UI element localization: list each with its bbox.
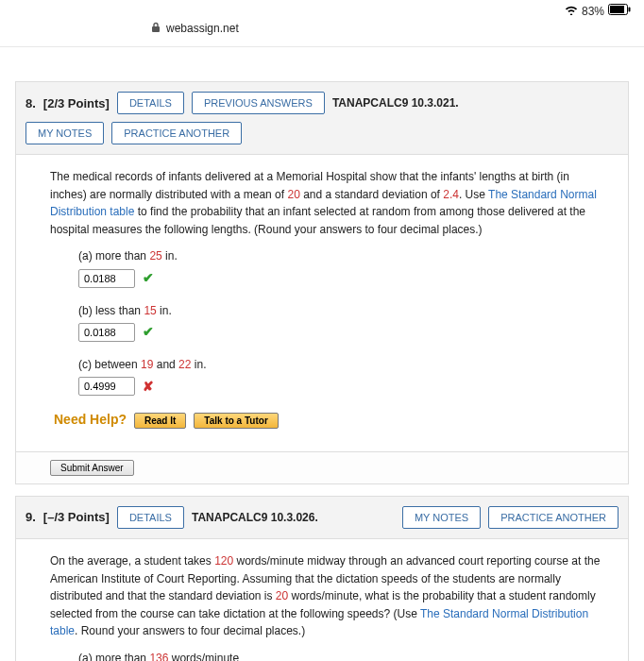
question-points: [2/3 Points] <box>43 96 110 110</box>
q8-part-c: (c) between 19 and 22 in. ✘ <box>78 356 603 397</box>
cross-icon: ✘ <box>143 377 154 398</box>
submit-answer-button[interactable]: Submit Answer <box>50 460 134 476</box>
lock-icon <box>151 22 161 35</box>
practice-another-button[interactable]: PRACTICE ANOTHER <box>488 506 619 529</box>
battery-icon <box>608 4 631 18</box>
talk-to-tutor-button[interactable]: Talk to a Tutor <box>194 413 278 429</box>
battery-percent: 83% <box>582 5 604 18</box>
check-icon: ✔ <box>143 268 154 289</box>
previous-answers-button[interactable]: PREVIOUS ANSWERS <box>192 92 325 114</box>
svg-rect-1 <box>629 8 631 12</box>
my-notes-button[interactable]: MY NOTES <box>402 506 481 529</box>
practice-another-button[interactable]: PRACTICE ANOTHER <box>111 122 242 144</box>
question-ref: TANAPCALC9 10.3.026. <box>192 511 318 524</box>
read-it-button[interactable]: Read It <box>134 413 186 429</box>
svg-rect-3 <box>152 26 160 32</box>
question-number: 8. <box>25 96 36 110</box>
q8-part-a: (a) more than 25 in. ✔ <box>78 247 603 288</box>
question-8-card: 8. [2/3 Points] DETAILS PREVIOUS ANSWERS… <box>15 81 629 484</box>
question-8-header: 8. [2/3 Points] DETAILS PREVIOUS ANSWERS… <box>16 82 628 155</box>
need-help-label: Need Help? <box>54 410 127 431</box>
question-9-header: 9. [–/3 Points] DETAILS TANAPCALC9 10.3.… <box>16 497 628 539</box>
check-icon: ✔ <box>143 322 154 343</box>
address-bar[interactable]: webassign.net <box>0 18 644 47</box>
question-8-text: The medical records of infants delivered… <box>50 168 603 238</box>
details-button[interactable]: DETAILS <box>117 92 184 114</box>
details-button[interactable]: DETAILS <box>117 506 184 529</box>
question-9-text: On the average, a student takes 120 word… <box>50 552 603 640</box>
submit-row: Submit Answer <box>16 451 628 483</box>
question-points: [–/3 Points] <box>43 510 110 524</box>
question-ref: TANAPCALC9 10.3.021. <box>332 96 459 110</box>
svg-rect-2 <box>610 6 624 13</box>
q8-b-input[interactable] <box>78 323 135 342</box>
question-9-card: 9. [–/3 Points] DETAILS TANAPCALC9 10.3.… <box>15 496 629 661</box>
q9-part-a: (a) more than 136 words/minute <box>78 650 603 661</box>
need-help-row: Need Help? Read It Talk to a Tutor <box>50 410 603 431</box>
question-8-body: The medical records of infants delivered… <box>16 155 628 451</box>
q8-c-input[interactable] <box>78 377 135 396</box>
url-text: webassign.net <box>166 22 239 35</box>
q8-a-input[interactable] <box>78 269 135 288</box>
my-notes-button[interactable]: MY NOTES <box>25 122 104 144</box>
question-9-body: On the average, a student takes 120 word… <box>16 539 628 661</box>
q8-part-b: (b) less than 15 in. ✔ <box>78 302 603 343</box>
status-bar: 83% <box>0 0 644 18</box>
wifi-icon <box>565 5 578 18</box>
question-number: 9. <box>25 510 36 524</box>
